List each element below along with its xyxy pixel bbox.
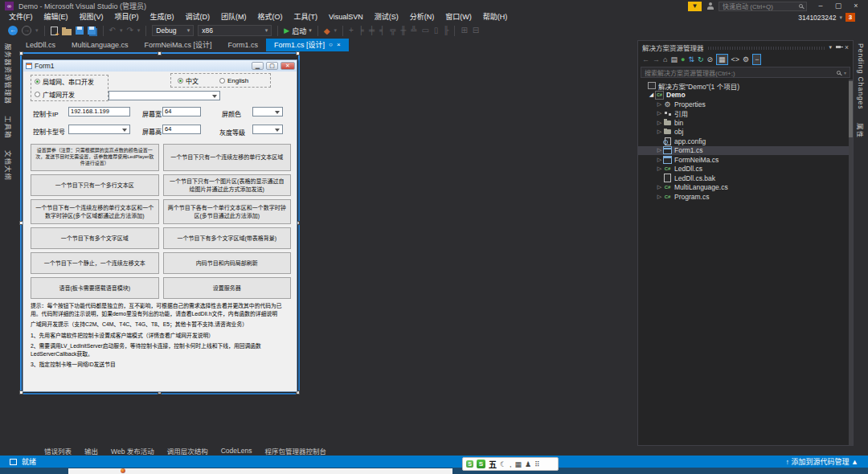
menu-生成(B)[interactable]: 生成(B) [145,12,180,22]
show-all-files-icon[interactable]: ▦ [716,54,728,65]
tree-item-Demo[interactable]: ◢C#Demo [638,91,853,100]
panel-close-icon[interactable]: × [845,43,849,51]
form-designer-surface[interactable]: Form1 ▁ ▢ ✕ 局域网、串口开发广域网开发 中文English 控制卡I… [18,51,635,446]
collapsed-arrow-icon[interactable]: ▷ [656,110,663,116]
right-rail-tab-Pending Changes[interactable]: Pending Changes [857,43,865,110]
ip-input[interactable]: 192.168.1.199 [68,107,130,116]
form-function-button-3[interactable]: 一个节目下只有一个多行文本区 [31,174,159,196]
dev-mode-radio[interactable]: 局域网、串口开发 [35,77,108,86]
view-code-icon[interactable]: <> [731,55,740,64]
align-lefts-icon[interactable]: ╞ [358,25,364,36]
ime-punctuation-icon[interactable]: , [510,460,512,468]
tree-item-app.config[interactable]: app.config [638,137,853,146]
sync-with-active-document-icon[interactable]: ⇅ [688,55,694,64]
back-icon[interactable]: ← [642,55,649,64]
make-same-width-icon[interactable]: ▭ [421,25,428,36]
collapsed-arrow-icon[interactable]: ▷ [656,184,663,190]
align-bottoms-icon[interactable]: ╩ [411,25,416,36]
language-radio[interactable]: English [219,77,248,84]
language-radio[interactable]: 中文 [178,76,199,85]
solution-explorer-header[interactable]: 解决方案资源管理器 ▾ × [638,41,853,53]
selection-handle[interactable] [158,51,162,55]
tree-item-引用[interactable]: ▷引用 [638,109,853,119]
tab-Form1.cs [设计][interactable]: Form1.cs [设计]○× [266,39,349,51]
wan-combobox[interactable] [108,91,220,100]
left-rail-tab-工具箱[interactable]: 工具箱 [4,116,14,139]
collapsed-arrow-icon[interactable]: ▷ [656,120,663,126]
collapsed-arrow-icon[interactable]: ▷ [656,129,663,135]
screen-width-input[interactable]: 64 [162,107,201,116]
collapsed-arrow-icon[interactable]: ▷ [656,165,663,172]
menu-文件(F)[interactable]: 文件(F) [3,12,39,22]
collapsed-arrow-icon[interactable]: ▷ [656,157,663,163]
form-function-button-4[interactable]: 一个节目下只有一个图片区(表格的显示通过自绘图片并通过此方式添加发送) [163,174,292,196]
account-id[interactable]: 3141023242 [798,14,836,22]
ime-tools-icon[interactable]: ♟ [525,460,531,468]
right-rail-tab-属性[interactable]: 属性 [856,123,866,138]
size-to-grid-icon[interactable]: ╟ [443,25,448,36]
align-rights-icon[interactable]: ╡ [379,25,385,36]
form-function-button-11[interactable]: 语音(板卡需要搭载语音模块) [31,277,159,299]
tree-item-Form1.cs[interactable]: ▷Form1.cs [638,146,853,156]
redo-icon[interactable]: ↷ [126,25,133,36]
ime-wubi-mode[interactable]: 五 [489,458,497,470]
open-file-icon[interactable] [62,29,72,35]
menu-测试(S)[interactable]: 测试(S) [369,12,404,22]
bring-to-front-icon[interactable]: ⊞ [461,25,467,36]
platform-select[interactable]: x86▾ [198,25,272,36]
bottom-tab-输出[interactable]: 输出 [84,446,98,456]
redo-dropdown-icon[interactable]: ▾ [137,25,141,36]
tree-item-解决方案"Demo"(1 个项目)[interactable]: 解决方案"Demo"(1 个项目) [638,81,853,91]
home-icon[interactable]: ⌂ [663,55,667,64]
menu-项目(P)[interactable]: 项目(P) [109,12,145,22]
align-to-grid-icon[interactable]: + [349,25,354,36]
form-function-button-9[interactable]: 一个节目下一个静止，一个连续左移文本 [31,252,159,274]
ime-keyboard-icon[interactable]: ▦ [515,460,522,468]
tab-FormNeiMa.cs [设计][interactable]: FormNeiMa.cs [设计] [137,39,220,51]
ime-logo-icon[interactable]: S [477,460,485,468]
tree-item-MultiLanguage.cs[interactable]: ▷C#MultiLanguage.cs [638,183,853,193]
forward-icon[interactable]: → [653,55,660,64]
collapsed-arrow-icon[interactable]: ▷ [656,147,663,153]
tree-item-FormNeiMa.cs[interactable]: ▷FormNeiMa.cs [638,155,853,165]
form-function-button-12[interactable]: 设置服务器 [163,277,292,299]
menu-帮助(H)[interactable]: 帮助(H) [477,12,514,22]
bottom-tab-CodeLens[interactable]: CodeLens [221,447,252,455]
align-middles-icon[interactable]: ╫ [400,25,406,36]
menu-团队(M)[interactable]: 团队(M) [215,12,252,22]
form-function-button-10[interactable]: 内码节目和内码局部刷新 [163,252,292,274]
window-position-icon[interactable]: ▾ [829,44,833,51]
form-function-button-5[interactable]: 一个节目下有一个连续左移的单行文本区和一个数字时钟区(多个区域都通过此方法添加) [31,199,159,224]
menu-调试(D)[interactable]: 调试(D) [180,12,216,22]
navigate-forward-icon[interactable]: → [22,26,31,35]
tree-item-obj[interactable]: ▷obj [638,128,853,137]
dev-mode-radio[interactable]: 广域网开发 [35,90,108,99]
menu-格式(O)[interactable]: 格式(O) [252,12,289,22]
save-all-icon[interactable] [88,27,96,35]
screen-color-combobox[interactable] [252,107,283,116]
properties-icon[interactable]: ⚙ [743,55,749,64]
feedback-icon[interactable] [706,2,714,10]
save-icon[interactable] [76,27,84,35]
form-function-button-1[interactable]: 设置屏参（注意：只需根据屏的宽高点数的颜色设置一次，发送节目时无需设置，该参数推… [31,144,159,171]
menu-视图(V)[interactable]: 视图(V) [74,12,109,22]
menu-分析(N)[interactable]: 分析(N) [404,12,440,22]
form-function-button-2[interactable]: 一个节目下只有一个连续左移的单行文本区域 [163,144,292,171]
expanded-arrow-icon[interactable]: ◢ [648,92,655,98]
menu-编辑(E)[interactable]: 编辑(E) [39,12,74,22]
bottom-tab-错误列表[interactable]: 错误列表 [44,446,72,456]
form-maximize-button[interactable]: ▢ [266,62,278,70]
start-debug-button[interactable]: ▶ 启动 ▾ [284,26,311,36]
solution-search-box[interactable]: 搜索解决方案资源管理器(Ctrl+;) ▾ [641,67,850,78]
tab-pin-icon[interactable]: ○ [329,40,333,50]
tree-item-LedDll.cs.bak[interactable]: LedDll.cs.bak [638,174,853,183]
close-button[interactable]: × [847,1,865,11]
pending-changes-filter-icon[interactable]: ● [681,55,685,64]
ime-moon-icon[interactable]: ☾ [500,460,506,468]
selection-handle[interactable] [19,51,23,55]
switch-views-icon[interactable]: ▤ [670,55,678,64]
collapse-all-icon[interactable]: ⊘ [706,55,713,64]
notification-badge[interactable]: 3 [845,13,855,22]
tree-item-Properties[interactable]: ▷⚙Properties [638,100,853,109]
form-function-button-8[interactable]: 一个节目下有多个文字区域(带表格背景) [163,227,292,249]
